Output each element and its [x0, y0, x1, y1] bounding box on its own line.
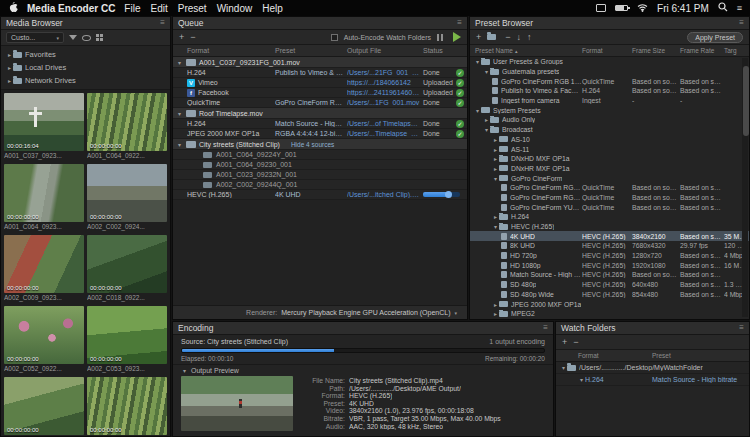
thumbnail-view-icon[interactable]: [96, 34, 103, 41]
preset-link[interactable]: RGBA 4:4:4:4 12-bit SE...: [275, 130, 347, 137]
output-file-link[interactable]: /Users/...itched Clip).mp4: [347, 191, 423, 198]
menu-item-file[interactable]: File: [124, 3, 140, 14]
panel-menu-icon[interactable]: ≡: [160, 19, 165, 27]
output-file-link[interactable]: https://...24119614602283: [347, 89, 423, 96]
preset-scrollbar[interactable]: [742, 58, 748, 317]
output-file-link[interactable]: https://.../184066142: [347, 79, 423, 86]
output-file-link[interactable]: /Users/...1FG_001.mov: [347, 99, 423, 106]
disclosure-icon[interactable]: ▾: [176, 110, 183, 117]
preset-row[interactable]: GoPro CineForm RGB 12-bit with alpha (Al…: [470, 76, 749, 86]
preset-row[interactable]: 8K UHDHEVC (H.265)7680x432029.97 fps120 …: [470, 241, 749, 251]
add-preset-icon[interactable]: +: [476, 33, 481, 42]
media-tree-item[interactable]: ▸Favorites: [1, 48, 170, 61]
preset-folder-row[interactable]: ▾HEVC (H.265): [470, 222, 749, 232]
auto-encode-checkbox[interactable]: [331, 34, 338, 41]
column-header-preset[interactable]: Preset: [275, 47, 347, 54]
tab-watch-folders[interactable]: Watch Folders: [561, 323, 615, 333]
panel-menu-icon[interactable]: ≡: [543, 324, 548, 332]
disclosure-icon[interactable]: ▾: [176, 141, 183, 148]
preset-folder-row[interactable]: ▸JPEG 2000 MXF OP1a: [470, 299, 749, 309]
disclosure-icon[interactable]: ▸: [6, 64, 13, 71]
output-file-link[interactable]: /Users/...21FG_001_1.mp4: [347, 69, 423, 76]
new-group-icon[interactable]: [487, 34, 496, 40]
preset-row[interactable]: SD 480pHEVC (H.265)640x480Based on sourc…: [470, 280, 749, 290]
queue-output-row[interactable]: QuickTimeGoPro CineForm RGB 12-b.../User…: [173, 98, 467, 108]
queue-output-row[interactable]: HEVC (H.265)4K UHD/Users/...itched Clip)…: [173, 190, 467, 200]
preset-row[interactable]: HD 720pHEVC (H.265)1280x720Based on sour…: [470, 251, 749, 261]
media-clip[interactable]: 00:00:00:00A002_C009_0923...: [4, 235, 84, 303]
apple-menu-icon[interactable]: [8, 1, 18, 15]
eye-icon[interactable]: [82, 35, 91, 41]
preset-folder-row[interactable]: ▸MPEG2: [470, 309, 749, 319]
queue-output-row[interactable]: H.264Publish to Vimeo & Face.../Users/..…: [173, 68, 467, 78]
preset-row[interactable]: 4K UHDHEVC (H.265)3840x2160Based on sour…: [470, 231, 749, 241]
queue-group-row[interactable]: ▾City streets (Stitched Clip)Hide 4 sour…: [173, 139, 467, 150]
disclosure-icon[interactable]: ▾: [578, 376, 585, 383]
export-icon[interactable]: ↑: [527, 33, 532, 42]
preset-row[interactable]: GoPro CineForm YUV 10-bitQuickTimeBased …: [470, 202, 749, 212]
disclosure-icon[interactable]: ▾: [474, 107, 481, 114]
preset-link[interactable]: 4K UHD: [275, 191, 347, 198]
remove-icon[interactable]: −: [505, 33, 510, 42]
watch-preset-link[interactable]: Match Source - High bitrate: [652, 376, 749, 383]
remove-icon[interactable]: −: [190, 33, 195, 42]
media-clip[interactable]: 00:00:00:00A002_C053_0923...: [87, 306, 167, 374]
panel-menu-icon[interactable]: ≡: [739, 19, 744, 27]
column-header-frame-size[interactable]: Frame Size: [632, 47, 680, 54]
panel-menu-icon[interactable]: ≡: [457, 19, 462, 27]
column-header-targ[interactable]: Targ: [724, 47, 749, 54]
start-queue-button[interactable]: [453, 32, 461, 42]
media-clip[interactable]: 00:00:00:00: [87, 377, 167, 436]
preset-row[interactable]: Ingest from cameraIngest--: [470, 96, 749, 106]
disclosure-icon[interactable]: ▸: [492, 165, 499, 172]
disclosure-icon[interactable]: ▸: [483, 116, 490, 123]
remove-icon[interactable]: −: [573, 338, 578, 347]
media-source-dropdown[interactable]: Custo...▾: [6, 32, 64, 43]
menu-item-edit[interactable]: Edit: [150, 3, 167, 14]
wifi-icon[interactable]: [637, 3, 648, 14]
preset-link[interactable]: Match Source - High bitr...: [275, 120, 347, 127]
media-clip[interactable]: 00:00:16:04A001_C037_0923...: [4, 93, 84, 161]
column-header-output-file[interactable]: Output File: [347, 47, 423, 54]
menu-item-help[interactable]: Help: [262, 3, 283, 14]
column-header-frame-rate[interactable]: Frame Rate: [680, 47, 724, 54]
disclosure-icon[interactable]: ▾: [474, 58, 481, 65]
queue-source-row[interactable]: A001_C064_09230_001: [173, 160, 467, 170]
preset-row[interactable]: SD 480p WideHEVC (H.265)854x480Based on …: [470, 290, 749, 300]
watch-folder-row[interactable]: ▾/Users/............/Desktop/MyWatchFold…: [556, 362, 749, 374]
battery-icon[interactable]: [615, 5, 628, 11]
disclosure-icon[interactable]: ▸: [492, 310, 499, 317]
menu-item-window[interactable]: Window: [217, 3, 253, 14]
disclosure-icon[interactable]: ▾: [176, 59, 183, 66]
preset-link[interactable]: Publish to Vimeo & Face...: [275, 69, 347, 76]
column-header-preset[interactable]: Preset: [652, 352, 749, 359]
queue-output-row[interactable]: H.264Match Source - High bitr.../Users/.…: [173, 119, 467, 129]
renderer-select[interactable]: Mercury Playback Engine GPU Acceleration…: [281, 309, 450, 316]
hide-sources-link[interactable]: Hide 4 sources: [291, 141, 334, 148]
disclosure-icon[interactable]: ▸: [492, 155, 499, 162]
disclosure-icon[interactable]: ▸: [492, 136, 499, 143]
tab-queue[interactable]: Queue: [178, 18, 204, 28]
preset-row[interactable]: HD 1080pHEVC (H.265)1920x1080Based on so…: [470, 260, 749, 270]
disclosure-icon[interactable]: ▸: [492, 301, 499, 308]
media-clip[interactable]: 00:00:00:00A002_C018_0922...: [87, 235, 167, 303]
watch-output-row[interactable]: ▾H.264Match Source - High bitrate: [556, 374, 749, 386]
preset-row[interactable]: GoPro CineForm RGB 12-bit with alpha at.…: [470, 193, 749, 203]
disclosure-icon[interactable]: ▾: [483, 126, 490, 133]
output-file-link[interactable]: /Users/...Timelapse_1.mxf: [347, 130, 423, 137]
column-header-format[interactable]: Format: [187, 47, 275, 54]
queue-source-row[interactable]: A002_C002_09244Q_001: [173, 180, 467, 190]
preset-folder-row[interactable]: ▾GoPro CineForm: [470, 173, 749, 183]
disclosure-icon[interactable]: ▾: [492, 223, 499, 230]
preset-row[interactable]: GoPro CineForm RGB 12-bit with alphaQuic…: [470, 183, 749, 193]
preset-row[interactable]: Match Source - High BitrateHEVC (H.265)B…: [470, 270, 749, 280]
preset-folder-row[interactable]: ▾User Presets & Groups: [470, 57, 749, 67]
disclosure-icon[interactable]: ▾: [181, 367, 188, 374]
media-clip[interactable]: 00:00:00:00A002_C002_0924...: [87, 164, 167, 232]
media-clip[interactable]: 00:00:00:00: [4, 377, 84, 436]
disclosure-icon[interactable]: ▾: [483, 68, 490, 75]
queue-group-row[interactable]: ▾A001_C037_09231FG_001.mov: [173, 57, 467, 68]
panel-menu-icon[interactable]: ≡: [739, 324, 744, 332]
preset-row[interactable]: Publish to Vimeo & FacebookH.264Based on…: [470, 86, 749, 96]
queue-output-row[interactable]: JPEG 2000 MXF OP1aRGBA 4:4:4:4 12-bit SE…: [173, 129, 467, 139]
